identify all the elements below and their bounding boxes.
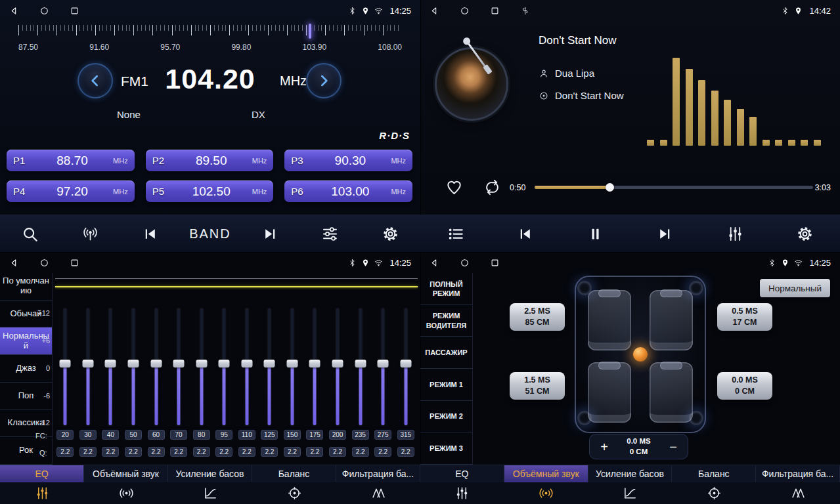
increase-delay-button[interactable]: + <box>596 440 612 453</box>
radio-preset-button[interactable]: P1 88.70 MHz <box>7 150 135 171</box>
scan-button[interactable] <box>60 215 120 252</box>
tab-surround-button[interactable] <box>504 482 588 504</box>
band-button[interactable]: BAND <box>180 215 240 252</box>
favorite-button[interactable] <box>445 178 463 196</box>
recents-button[interactable] <box>70 6 79 16</box>
eq-slider-thumb[interactable] <box>150 360 162 368</box>
eq-slider-thumb[interactable] <box>286 360 298 368</box>
progress-bar[interactable] <box>535 186 813 189</box>
back-button[interactable] <box>9 6 19 16</box>
back-button[interactable] <box>430 258 439 268</box>
tab-surround[interactable]: Объёмный звук <box>504 465 588 482</box>
eq-slider-thumb[interactable] <box>355 360 366 368</box>
home-button[interactable] <box>460 6 470 16</box>
tab-balance-button[interactable] <box>252 482 336 504</box>
tab-balance-button[interactable] <box>672 482 756 504</box>
delay-rear-right[interactable]: 0.0 MS 0 CM <box>717 372 772 400</box>
tab-filter[interactable]: Фильтрация ба... <box>336 465 420 482</box>
eq-band-slider[interactable] <box>303 308 326 425</box>
eq-slider-thumb[interactable] <box>400 360 411 368</box>
next-track-button[interactable] <box>630 215 701 252</box>
recents-button[interactable] <box>70 258 79 268</box>
audio-settings-button[interactable] <box>700 215 770 252</box>
tab-bass-boost[interactable]: Усиление басов <box>588 465 673 482</box>
delay-front-right[interactable]: 0.5 MS 17 CM <box>717 303 772 331</box>
tab-bass-boost[interactable]: Усиление басов <box>168 465 252 482</box>
eq-slider-thumb[interactable] <box>309 360 321 368</box>
eq-slider-thumb[interactable] <box>105 360 116 368</box>
eq-slider-thumb[interactable] <box>264 360 275 368</box>
eq-band-slider[interactable] <box>326 308 349 425</box>
radio-preset-button[interactable]: P5 102.50 MHz <box>146 180 274 202</box>
eq-band-slider[interactable] <box>99 308 122 425</box>
eq-band-slider[interactable] <box>190 308 213 425</box>
recents-button[interactable] <box>490 258 500 268</box>
listening-position-indicator[interactable] <box>633 347 648 362</box>
tab-balance[interactable]: Баланс <box>252 465 336 482</box>
delay-rear-left[interactable]: 1.5 MS 51 CM <box>510 372 565 400</box>
tune-down-button[interactable] <box>77 63 113 98</box>
decrease-delay-button[interactable]: − <box>665 440 681 453</box>
tab-balance[interactable]: Баланс <box>672 465 756 482</box>
next-station-button[interactable] <box>240 215 300 252</box>
settings-button[interactable] <box>770 215 840 252</box>
seek-button[interactable] <box>0 215 60 252</box>
radio-preset-button[interactable]: P3 90.30 MHz <box>284 150 412 171</box>
tab-surround[interactable]: Объёмный звук <box>84 465 168 482</box>
eq-band-slider[interactable] <box>122 308 145 425</box>
eq-slider-thumb[interactable] <box>82 360 93 368</box>
back-button[interactable] <box>430 6 439 16</box>
eq-band-slider[interactable] <box>144 308 167 425</box>
profile-badge[interactable]: Нормальный <box>760 279 830 297</box>
player-progress-thumb[interactable] <box>606 183 614 192</box>
tab-filter-button[interactable] <box>756 482 840 504</box>
eq-slider-thumb[interactable] <box>241 360 252 368</box>
mode-driver[interactable]: РЕЖИМ ВОДИТЕЛЯ <box>420 305 472 337</box>
eq-slider-thumb[interactable] <box>173 360 185 368</box>
tab-eq[interactable]: EQ <box>0 465 84 482</box>
eq-band-slider[interactable] <box>167 308 190 425</box>
radio-preset-button[interactable]: P6 103.00 MHz <box>284 180 412 202</box>
playlist-button[interactable] <box>420 215 491 252</box>
mode-full[interactable]: ПОЛНЫЙ РЕЖИМ <box>420 273 472 305</box>
eq-band-slider[interactable] <box>213 308 236 425</box>
tune-up-button[interactable] <box>306 63 342 98</box>
eq-band-slider[interactable] <box>394 308 417 425</box>
tab-eq-button[interactable] <box>420 482 504 504</box>
eq-slider-thumb[interactable] <box>127 360 139 368</box>
eq-band-slider[interactable] <box>54 308 77 425</box>
tab-eq[interactable]: EQ <box>420 465 504 482</box>
tab-bass-boost-button[interactable] <box>168 482 252 504</box>
mode-1[interactable]: РЕЖИМ 1 <box>420 369 472 401</box>
frequency-scale[interactable]: 87.50 91.60 95.70 99.80 103.90 108.00 <box>0 24 420 54</box>
eq-band-slider[interactable] <box>258 308 281 425</box>
pause-button[interactable] <box>560 215 630 252</box>
eq-band-slider[interactable] <box>77 308 100 425</box>
radio-preset-button[interactable]: P2 89.50 MHz <box>146 150 274 171</box>
mode-passenger[interactable]: ПАССАЖИР <box>420 337 472 369</box>
home-button[interactable] <box>460 258 470 268</box>
eq-slider-thumb[interactable] <box>332 360 343 368</box>
mode-2[interactable]: РЕЖИМ 2 <box>420 401 472 433</box>
eq-slider-thumb[interactable] <box>219 360 230 368</box>
tab-surround-button[interactable] <box>84 482 168 504</box>
tab-filter-button[interactable] <box>336 482 420 504</box>
back-button[interactable] <box>9 258 19 268</box>
tab-filter[interactable]: Фильтрация ба... <box>756 465 840 482</box>
eq-band-slider[interactable] <box>349 308 372 425</box>
radio-preset-button[interactable]: P4 97.20 MHz <box>7 180 135 202</box>
eq-band-slider[interactable] <box>281 308 304 425</box>
home-button[interactable] <box>39 258 49 268</box>
tab-eq-button[interactable] <box>0 482 84 504</box>
mode-3[interactable]: РЕЖИМ 3 <box>420 432 472 465</box>
delay-front-left[interactable]: 2.5 MS 85 CM <box>510 303 565 331</box>
eq-band-slider[interactable] <box>372 308 395 425</box>
eq-slider-thumb[interactable] <box>60 360 71 368</box>
eq-slider-thumb[interactable] <box>378 360 389 368</box>
home-button[interactable] <box>39 6 49 16</box>
eq-band-slider[interactable] <box>236 308 259 425</box>
previous-track-button[interactable] <box>491 215 561 252</box>
previous-station-button[interactable] <box>120 215 180 252</box>
eq-slider-thumb[interactable] <box>196 360 207 368</box>
recents-button[interactable] <box>490 6 500 16</box>
